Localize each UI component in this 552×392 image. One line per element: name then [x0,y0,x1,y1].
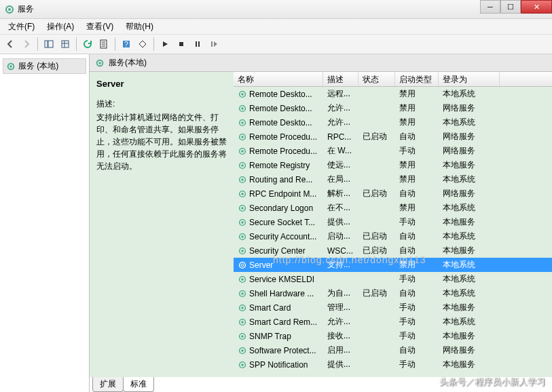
col-desc[interactable]: 描述 [323,72,358,86]
detail-pane: Server 描述: 支持此计算机通过网络的文件、打印、和命名管道共享。如果服务… [90,72,234,377]
detail-description: 支持此计算机通过网络的文件、打印、和命名管道共享。如果服务停止，这些功能不可用。… [96,111,227,172]
cell-name: Secondary Logon [234,203,323,213]
service-row[interactable]: Shell Hardware ...为自...已启动自动本地系统 [234,286,552,300]
col-startup[interactable]: 启动类型 [395,72,439,86]
cell-name: Secure Socket T... [234,218,323,227]
service-row[interactable]: Remote Deskto...允许...禁用本地系统 [234,115,552,130]
services-icon [4,4,15,15]
cell-name: Server [234,260,323,270]
service-row[interactable]: Server支持...禁用本地系统 [234,258,552,272]
svg-point-23 [241,136,244,138]
separator [115,37,115,51]
service-row[interactable]: Secure Socket T...提供...手动本地服务 [234,215,552,229]
menu-file[interactable]: 文件(F) [3,20,40,34]
menu-help[interactable]: 帮助(H) [120,20,159,34]
minimize-button[interactable]: ─ [480,0,500,14]
cell-desc: 允许... [323,102,358,114]
cell-logon: 本地系统 [439,88,500,100]
service-row[interactable]: Remote Procedu...RPC...已启动自动网络服务 [234,130,552,144]
cell-startup: 手动 [395,302,439,313]
svg-rect-3 [48,41,53,47]
stop-button[interactable] [174,37,189,52]
cell-logon: 网络服务 [439,131,500,142]
separator [153,37,154,51]
main-area: 服务 (本地) 服务(本地) Server 描述: 支持此计算机通过网络的文件、… [0,54,552,392]
svg-point-19 [241,107,244,110]
service-row[interactable]: Remote Deskto...远程...禁用本地系统 [234,87,552,101]
start-button[interactable] [158,37,172,52]
service-row[interactable]: SNMP Trap接收...手动本地服务 [234,329,552,343]
service-row[interactable]: SPP Notification提供...手动本地服务 [234,357,552,372]
service-row[interactable]: Secondary Logon在不...禁用本地系统 [234,201,552,215]
cell-startup: 禁用 [395,159,439,171]
service-row[interactable]: Security Account...启动...已启动自动本地系统 [234,229,552,243]
window-title: 服务 [18,3,34,15]
cell-desc: 允许... [323,117,358,128]
service-row[interactable]: Software Protect...启用...自动网络服务 [234,343,552,357]
cell-name: Security Account... [234,232,323,241]
cell-name: Shell Hardware ... [234,289,323,298]
cell-desc: 提供... [323,216,358,228]
cell-desc: 支持... [323,259,358,271]
cell-desc: 管理... [323,302,358,313]
cell-desc: 启用... [323,345,358,356]
service-row[interactable]: Routing and Re...在局...禁用本地系统 [234,172,552,187]
forward-button[interactable] [19,37,34,52]
cell-logon: 本地服务 [439,330,500,342]
service-row[interactable]: Remote Deskto...允许...禁用网络服务 [234,101,552,115]
tab-extended[interactable]: 扩展 [92,377,124,392]
maximize-button[interactable]: ☐ [500,0,521,14]
cell-startup: 自动 [395,231,439,242]
service-row[interactable]: Remote Procedu...在 W...手动网络服务 [234,144,552,158]
service-row[interactable]: Smart Card管理...手动本地服务 [234,300,552,315]
cell-name: Remote Registry [234,161,323,170]
show-hide-tree-button[interactable] [41,37,56,52]
col-logon[interactable]: 登录为 [439,72,500,86]
svg-point-33 [241,207,244,210]
cell-name: Remote Deskto... [234,118,323,128]
back-button[interactable] [3,37,18,52]
restart-button[interactable] [206,37,221,52]
help-button[interactable]: ? [119,37,134,52]
tree-root-services[interactable]: 服务 (本地) [3,58,86,74]
help-topics-button[interactable] [135,37,150,52]
cell-startup: 手动 [395,216,439,228]
service-row[interactable]: Security CenterWSC...已启动自动本地服务 [234,243,552,258]
service-row[interactable]: Service KMSELDI手动本地系统 [234,272,552,286]
cell-logon: 本地系统 [439,174,500,185]
cell-startup: 禁用 [395,174,439,185]
cell-name: SPP Notification [234,360,323,370]
cell-name: Smart Card [234,303,323,313]
cell-startup: 禁用 [395,88,439,100]
svg-rect-11 [211,41,213,47]
cell-logon: 网络服务 [439,102,500,114]
service-row[interactable]: Remote Registry使远...禁用本地服务 [234,158,552,172]
menu-action[interactable]: 操作(A) [41,20,79,34]
list-body[interactable]: Remote Deskto...远程...禁用本地系统Remote Deskto… [234,87,552,377]
col-name[interactable]: 名称 [234,72,323,86]
menu-view[interactable]: 查看(V) [81,20,119,34]
cell-startup: 自动 [395,288,439,299]
separator [76,37,77,51]
cell-logon: 本地系统 [439,202,500,214]
cell-startup: 禁用 [395,102,439,114]
svg-point-21 [241,121,244,124]
cell-desc: 在局... [323,174,358,185]
tab-standard[interactable]: 标准 [123,377,154,392]
close-button[interactable]: ✕ [521,0,552,14]
service-row[interactable]: Smart Card Rem...允许...手动本地系统 [234,315,552,329]
svg-rect-8 [179,42,183,46]
svg-point-47 [241,307,244,309]
cell-status: 已启动 [358,131,395,142]
export-button[interactable] [58,37,73,52]
properties-button[interactable] [96,37,111,52]
cell-logon: 本地服务 [439,302,500,313]
cell-name: Remote Deskto... [234,90,323,99]
cell-desc: 为自... [323,288,358,299]
col-status[interactable]: 状态 [358,72,395,86]
pause-button[interactable] [190,37,205,52]
cell-startup: 禁用 [395,259,439,271]
svg-point-45 [241,292,244,295]
refresh-button[interactable] [80,37,95,52]
service-row[interactable]: RPC Endpoint M...解析...已启动自动网络服务 [234,187,552,201]
